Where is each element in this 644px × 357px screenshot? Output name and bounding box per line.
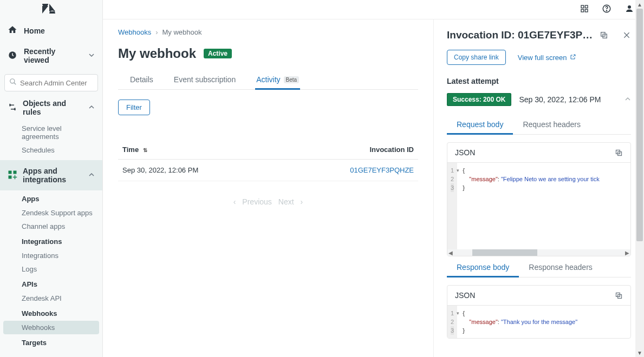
close-icon[interactable]	[622, 31, 631, 39]
tab-activity[interactable]: Activity Beta	[255, 71, 300, 90]
tab-request-headers[interactable]: Request headers	[513, 116, 590, 135]
search-input[interactable]	[20, 79, 111, 87]
apps-grid-icon[interactable]	[580, 4, 589, 15]
filter-button[interactable]: Filter	[118, 100, 150, 115]
sidebar-item-integrations[interactable]: Integrations	[0, 249, 102, 262]
chevron-right-icon: ›	[155, 28, 158, 36]
copy-icon[interactable]	[615, 149, 623, 157]
invocation-panel: Invocation ID: 01GE7EYF3PQHZ… Copy share…	[434, 19, 644, 357]
panel-header: Invocation ID: 01GE7EYF3PQHZ…	[447, 29, 631, 41]
view-full-screen-link[interactable]: View full screen	[518, 54, 576, 62]
sidebar-item-schedules[interactable]: Schedules	[0, 143, 102, 157]
copy-icon[interactable]	[600, 31, 608, 39]
table-row[interactable]: Sep 30, 2022, 12:06 PM 01GE7EYF3PQHZE	[118, 160, 418, 181]
col-time-label: Time	[122, 146, 139, 154]
sidebar-section-label: Apps and integrations	[23, 167, 83, 184]
request-tabs: Request body Request headers	[447, 116, 631, 135]
status-badge: Active	[204, 49, 232, 58]
sidebar-section-label: Objects and rules	[23, 99, 83, 116]
tab-response-body[interactable]: Response body	[447, 259, 519, 277]
copy-share-link-button[interactable]: Copy share link	[447, 50, 506, 65]
pager-next[interactable]: Next ›	[278, 197, 303, 206]
invocation-title: Invocation ID: 01GE7EYF3PQHZ…	[447, 29, 594, 41]
col-time[interactable]: Time ⇅	[118, 140, 279, 160]
tab-event-subscription[interactable]: Event subscription	[173, 71, 237, 90]
response-tabs: Response body Response headers	[447, 259, 631, 277]
panel-actions: Copy share link View full screen	[447, 50, 631, 65]
activity-table: Time ⇅ Invocation ID Sep 30, 2022, 12:06…	[118, 140, 418, 181]
response-body-card: JSON 1▾23 { "message": "Thank you for th…	[447, 285, 631, 339]
subgroup-apis: APIs	[0, 276, 102, 292]
pager: ‹ Previous Next ›	[118, 197, 418, 206]
sidebar-section-apps-integrations[interactable]: Apps and integrations	[0, 160, 102, 190]
json-label: JSON	[455, 291, 475, 300]
help-icon[interactable]	[602, 4, 612, 16]
tab-response-headers[interactable]: Response headers	[519, 259, 602, 277]
main: Webhooks › My webhook My webhook Active …	[103, 0, 644, 357]
scroll-right-icon[interactable]: ▶	[625, 250, 629, 256]
content-area: Webhooks › My webhook My webhook Active …	[103, 19, 434, 357]
user-avatar-icon[interactable]	[625, 4, 634, 16]
attempt-time: Sep 30, 2022, 12:06 PM	[519, 95, 601, 104]
apps-integrations-icon	[8, 170, 17, 181]
nav-recently-viewed-label: Recently viewed	[24, 47, 82, 64]
sidebar-section-objects-and-rules[interactable]: Objects and rules	[0, 94, 102, 122]
external-link-icon	[570, 54, 576, 62]
svg-point-1	[10, 79, 15, 83]
pager-prev[interactable]: ‹ Previous	[233, 197, 272, 206]
request-body-message: Felippe Neto we are setting your tick	[503, 176, 600, 182]
sidebar-item-logs[interactable]: Logs	[0, 262, 102, 276]
scroll-thumb[interactable]	[472, 249, 537, 256]
chevron-up-icon	[625, 95, 631, 104]
attempt-row[interactable]: Success: 200 OK Sep 30, 2022, 12:06 PM	[447, 93, 631, 106]
breadcrumb-root[interactable]: Webhooks	[118, 28, 151, 36]
chevron-up-icon	[88, 171, 95, 180]
chevron-right-icon: ›	[301, 197, 303, 206]
attempt-status-badge: Success: 200 OK	[447, 93, 511, 106]
copy-icon[interactable]	[615, 292, 623, 300]
tab-request-body[interactable]: Request body	[447, 116, 513, 135]
tab-activity-label: Activity	[256, 75, 280, 84]
tabs: Details Event subscription Activity Beta	[118, 71, 418, 90]
code-lines: { "message": "Thank you for the message"…	[457, 306, 583, 338]
svg-rect-5	[9, 175, 12, 178]
page-title: My webhook	[118, 46, 196, 61]
scroll-track[interactable]	[635, 9, 644, 348]
chevron-down-icon	[88, 51, 95, 60]
home-icon	[8, 25, 17, 36]
pager-next-label: Next	[278, 197, 294, 206]
sidebar-item-support-apps[interactable]: Zendesk Support apps	[0, 206, 102, 220]
col-invocation-id: Invocation ID	[279, 140, 418, 160]
horizontal-scrollbar[interactable]: ◀ ▶	[447, 249, 630, 256]
search-input-wrapper[interactable]	[4, 74, 98, 91]
nav-recently-viewed[interactable]: Recently viewed	[0, 42, 102, 70]
svg-rect-3	[9, 170, 12, 174]
svg-rect-7	[585, 5, 588, 8]
sidebar-item-sla[interactable]: Service level agreements	[0, 122, 102, 143]
subgroup-integrations: Integrations	[0, 233, 102, 249]
svg-rect-8	[581, 9, 584, 12]
scroll-down-icon[interactable]: ▼	[635, 348, 644, 357]
sidebar-scroll[interactable]: Objects and rules Service level agreemen…	[0, 94, 102, 357]
chevron-left-icon: ‹	[233, 197, 236, 206]
sidebar-item-zendesk-api[interactable]: Zendesk API	[0, 292, 102, 305]
sidebar-item-channel-apps[interactable]: Channel apps	[0, 220, 102, 233]
breadcrumb-current: My webhook	[162, 28, 202, 36]
subgroup-targets: Targets	[0, 334, 102, 350]
cell-invocation-id[interactable]: 01GE7EYF3PQHZE	[279, 160, 418, 181]
latest-attempt-heading: Latest attempt	[447, 77, 631, 85]
svg-point-12	[628, 5, 631, 9]
json-label: JSON	[455, 148, 475, 157]
scroll-up-icon[interactable]: ▲	[635, 0, 644, 9]
browser-scrollbar[interactable]: ▲ ▼	[635, 0, 644, 357]
line-gutter: 1▾23	[447, 163, 457, 249]
scroll-left-icon[interactable]: ◀	[448, 250, 453, 256]
request-body-code: 1▾23 { "message": "Felippe Neto we are s…	[447, 163, 630, 249]
view-full-screen-label: View full screen	[518, 54, 567, 62]
beta-badge: Beta	[284, 76, 300, 83]
tab-details[interactable]: Details	[129, 71, 154, 90]
nav-home[interactable]: Home	[0, 19, 102, 42]
sidebar-item-webhooks[interactable]: Webhooks	[3, 321, 99, 334]
json-card-header: JSON	[447, 143, 630, 163]
scroll-thumb[interactable]	[636, 9, 643, 241]
